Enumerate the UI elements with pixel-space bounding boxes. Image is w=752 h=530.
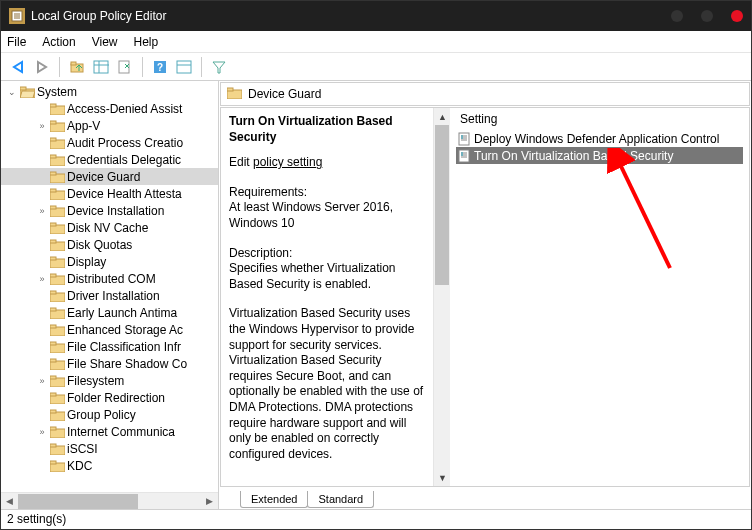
menu-view[interactable]: View (92, 35, 118, 49)
tree-label: Credentials Delegatic (67, 153, 181, 167)
expand-icon[interactable]: » (35, 427, 49, 437)
folder-open-icon (19, 85, 35, 99)
tree-item[interactable]: Folder Redirection (1, 389, 218, 406)
right-pane: Device Guard Turn On Virtualization Base… (219, 81, 751, 509)
detail-pane: Turn On Virtualization Based Security Ed… (221, 108, 433, 486)
help-button[interactable]: ? (149, 56, 171, 78)
scroll-up-icon[interactable]: ▲ (434, 108, 451, 125)
tree-root-system[interactable]: ⌄System (1, 83, 218, 100)
folder-icon (49, 340, 65, 354)
setting-row[interactable]: Turn On Virtualization Based Security (456, 147, 743, 164)
tree-label: Group Policy (67, 408, 136, 422)
scroll-down-icon[interactable]: ▼ (434, 469, 451, 486)
tree-label: App-V (67, 119, 100, 133)
menu-help[interactable]: Help (134, 35, 159, 49)
scroll-left-icon[interactable]: ◀ (1, 493, 18, 510)
svg-rect-29 (50, 206, 56, 209)
forward-button[interactable] (31, 56, 53, 78)
tree-item[interactable]: File Classification Infr (1, 338, 218, 355)
tree-item[interactable]: Audit Process Creatio (1, 134, 218, 151)
export-button[interactable] (114, 56, 136, 78)
svg-rect-23 (50, 155, 56, 158)
scroll-thumb-v[interactable] (435, 125, 449, 285)
tab-extended[interactable]: Extended (240, 491, 308, 508)
svg-rect-62 (459, 133, 469, 145)
properties-button[interactable] (173, 56, 195, 78)
expand-icon[interactable]: » (35, 274, 49, 284)
tree-item[interactable]: »App-V (1, 117, 218, 134)
tree-item[interactable]: »Device Installation (1, 202, 218, 219)
tree-label: KDC (67, 459, 92, 473)
folder-icon (49, 272, 65, 286)
up-button[interactable] (66, 56, 88, 78)
close-button[interactable] (731, 10, 743, 22)
scroll-right-icon[interactable]: ▶ (201, 493, 218, 510)
back-button[interactable] (7, 56, 29, 78)
tree-item[interactable]: Device Guard (1, 168, 218, 185)
tree-item[interactable]: File Share Shadow Co (1, 355, 218, 372)
tree-item[interactable]: »Filesystem (1, 372, 218, 389)
minimize-button[interactable] (671, 10, 683, 22)
folder-icon (49, 357, 65, 371)
tree-label: Audit Process Creatio (67, 136, 183, 150)
svg-rect-25 (50, 172, 56, 175)
tree-item[interactable]: Enhanced Storage Ac (1, 321, 218, 338)
settings-list: Setting Deploy Windows Defender Applicat… (450, 108, 749, 486)
tree-item[interactable]: KDC (1, 457, 218, 474)
svg-rect-41 (50, 308, 56, 311)
folder-icon (49, 408, 65, 422)
expand-icon[interactable]: » (35, 121, 49, 131)
tree-item[interactable]: Group Policy (1, 406, 218, 423)
collapse-icon[interactable]: ⌄ (5, 87, 19, 97)
tree-item[interactable]: Driver Installation (1, 287, 218, 304)
expand-icon[interactable]: » (35, 376, 49, 386)
tree-item[interactable]: Credentials Delegatic (1, 151, 218, 168)
folder-icon (49, 289, 65, 303)
tree-item[interactable]: »Distributed COM (1, 270, 218, 287)
svg-rect-39 (50, 291, 56, 294)
tree-item[interactable]: Early Launch Antima (1, 304, 218, 321)
tree-label: Disk Quotas (67, 238, 132, 252)
show-hide-tree-button[interactable] (90, 56, 112, 78)
tree-item[interactable]: Display (1, 253, 218, 270)
svg-rect-37 (50, 274, 56, 277)
setting-row[interactable]: Deploy Windows Defender Application Cont… (456, 130, 743, 147)
svg-rect-31 (50, 223, 56, 226)
filter-button[interactable] (208, 56, 230, 78)
svg-rect-12 (177, 61, 191, 73)
red-arrow-annotation (600, 148, 690, 278)
scroll-thumb[interactable] (18, 494, 138, 509)
tree-item[interactable]: Disk NV Cache (1, 219, 218, 236)
menu-action[interactable]: Action (42, 35, 75, 49)
svg-rect-6 (94, 61, 108, 73)
svg-rect-19 (50, 121, 56, 124)
expand-icon[interactable]: » (35, 206, 49, 216)
tab-standard[interactable]: Standard (307, 491, 374, 508)
edit-policy-link-row: Edit policy setting (229, 155, 425, 171)
folder-icon (49, 153, 65, 167)
folder-icon (49, 170, 65, 184)
svg-rect-51 (50, 393, 56, 396)
svg-rect-53 (50, 410, 56, 413)
tree-hscrollbar[interactable]: ◀ ▶ (1, 492, 218, 509)
maximize-button[interactable] (701, 10, 713, 22)
tree-item[interactable]: »Internet Communica (1, 423, 218, 440)
window-title: Local Group Policy Editor (31, 9, 671, 23)
status-bar: 2 setting(s) (1, 509, 751, 529)
tree-item[interactable]: iSCSI (1, 440, 218, 457)
svg-rect-59 (50, 461, 56, 464)
tree-item[interactable]: Access-Denied Assist (1, 100, 218, 117)
tree-item[interactable]: Disk Quotas (1, 236, 218, 253)
tree-item[interactable]: Device Health Attesta (1, 185, 218, 202)
edit-policy-link[interactable]: policy setting (253, 155, 322, 169)
detail-vscrollbar[interactable]: ▲ ▼ (433, 108, 450, 486)
tree-label: Internet Communica (67, 425, 175, 439)
requirements-header: Requirements: (229, 185, 425, 201)
tree-label: Early Launch Antima (67, 306, 177, 320)
view-tabs: Extended Standard (220, 487, 750, 508)
tree-label: Filesystem (67, 374, 124, 388)
description-p2: Virtualization Based Security uses the W… (229, 306, 425, 462)
svg-rect-17 (50, 104, 56, 107)
svg-rect-47 (50, 359, 56, 362)
menu-file[interactable]: File (7, 35, 26, 49)
